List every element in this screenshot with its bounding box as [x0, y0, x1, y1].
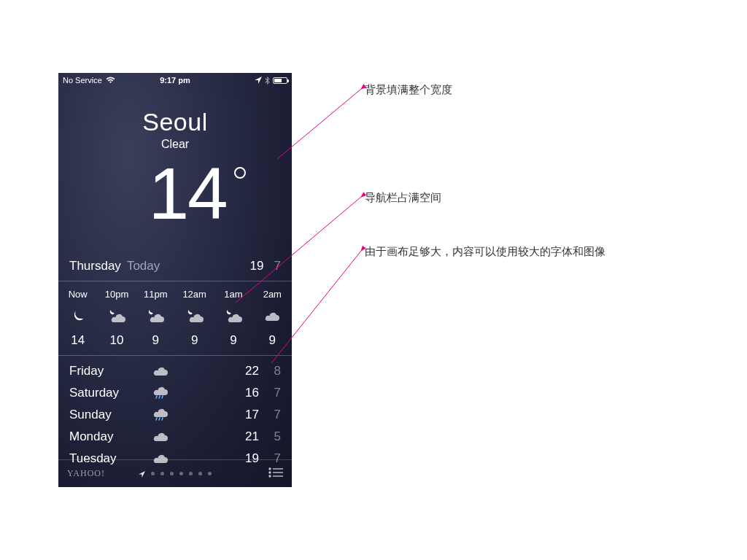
current-temperature: 14	[148, 157, 226, 230]
cloud-icon	[253, 308, 292, 324]
hourly-item: 12am9	[175, 289, 214, 348]
carrier-label: No Service	[63, 76, 102, 85]
current-weather-header: Seoul Clear 14	[58, 88, 292, 259]
svg-line-1	[159, 396, 160, 398]
day-low: 7	[263, 408, 281, 422]
annotation-2: 导航栏占满空间	[365, 191, 441, 205]
page-dot[interactable]	[189, 472, 193, 475]
page-dot[interactable]	[151, 472, 155, 475]
today-label: Today	[127, 259, 160, 273]
weather-app-screen: No Service 9:17 pm Seoul Clear 14	[58, 73, 292, 487]
page-dot[interactable]	[160, 472, 164, 475]
daily-row: Saturday167	[58, 382, 292, 404]
day-high: 16	[237, 386, 259, 400]
hourly-item: 10pm10	[97, 289, 136, 348]
day-low: 8	[263, 364, 281, 378]
hour-temp: 10	[97, 333, 136, 348]
hour-label: 2am	[253, 289, 292, 300]
hour-label: 11pm	[136, 289, 175, 300]
cloud-night-icon	[136, 308, 175, 324]
day-low: 7	[263, 386, 281, 400]
degree-symbol	[234, 167, 246, 179]
hourly-item: 1am9	[214, 289, 252, 348]
day-name: Sunday	[69, 408, 150, 422]
today-summary-row: Thursday Today 19 7	[58, 259, 292, 281]
page-indicator[interactable]	[139, 467, 212, 481]
hour-temp: 9	[175, 333, 214, 348]
list-button[interactable]	[268, 467, 283, 481]
hourly-item: Now14	[58, 289, 97, 348]
daily-row: Monday215	[58, 426, 292, 448]
location-icon	[255, 77, 262, 84]
day-low: 5	[263, 429, 281, 444]
cloud-rain-icon	[150, 386, 171, 400]
status-left: No Service	[63, 76, 138, 85]
moon-icon	[58, 308, 97, 324]
svg-point-10	[269, 475, 271, 477]
battery-icon	[273, 77, 287, 84]
svg-point-6	[269, 468, 271, 470]
cloud-icon	[150, 431, 171, 443]
cloud-night-icon	[175, 308, 214, 324]
page-dot[interactable]	[208, 472, 212, 475]
hour-label: Now	[58, 289, 97, 300]
hour-temp: 9	[214, 333, 252, 348]
svg-line-4	[159, 418, 160, 420]
svg-line-0	[156, 396, 157, 398]
status-bar: No Service 9:17 pm	[58, 73, 292, 88]
city-name: Seoul	[58, 108, 292, 136]
status-right	[212, 77, 287, 85]
hour-label: 1am	[214, 289, 252, 300]
hourly-item: 11pm9	[136, 289, 175, 348]
hour-temp: 9	[136, 333, 175, 348]
daily-row: Sunday177	[58, 404, 292, 426]
svg-line-5	[162, 418, 163, 420]
yahoo-logo[interactable]: YAHOO!	[67, 468, 105, 479]
page-dot[interactable]	[198, 472, 202, 475]
daily-row: Friday228	[58, 360, 292, 382]
hour-temp: 14	[58, 333, 97, 348]
svg-line-3	[156, 418, 157, 420]
status-time: 9:17 pm	[138, 76, 213, 85]
hourly-forecast[interactable]: Now1410pm1011pm912am91am92am9	[58, 281, 292, 355]
location-page-icon[interactable]	[139, 467, 145, 481]
hour-label: 10pm	[97, 289, 136, 300]
hour-temp: 9	[253, 333, 292, 348]
cloud-night-icon	[214, 308, 252, 324]
hourly-item: 2am9	[253, 289, 292, 348]
yahoo-bang: !	[101, 468, 105, 478]
day-high: 17	[237, 408, 259, 422]
svg-point-8	[269, 472, 271, 473]
day-name: Saturday	[69, 386, 150, 400]
wifi-icon	[106, 77, 115, 84]
footer-bar: YAHOO!	[58, 459, 292, 487]
cloud-night-icon	[97, 308, 136, 324]
cloud-icon	[150, 365, 171, 377]
page-dot[interactable]	[170, 472, 174, 475]
page-dot[interactable]	[179, 472, 183, 475]
day-high: 21	[237, 429, 259, 444]
svg-line-2	[162, 396, 163, 398]
cloud-rain-icon	[150, 408, 171, 422]
daily-forecast[interactable]: Friday228Saturday167Sunday177Monday215Tu…	[58, 356, 292, 474]
today-day-name: Thursday	[69, 259, 121, 273]
condition-label: Clear	[58, 138, 292, 151]
day-name: Friday	[69, 364, 150, 378]
hour-label: 12am	[175, 289, 214, 300]
today-low: 7	[274, 259, 281, 273]
annotation-3: 由于画布足够大，内容可以使用较大的字体和图像	[365, 245, 605, 259]
yahoo-text: YAHOO	[67, 468, 101, 478]
annotation-1: 背景填满整个宽度	[365, 83, 452, 97]
day-name: Monday	[69, 429, 150, 444]
today-high: 19	[250, 259, 264, 273]
day-high: 22	[237, 364, 259, 378]
bluetooth-icon	[265, 77, 270, 85]
current-temperature-value: 14	[148, 152, 226, 234]
